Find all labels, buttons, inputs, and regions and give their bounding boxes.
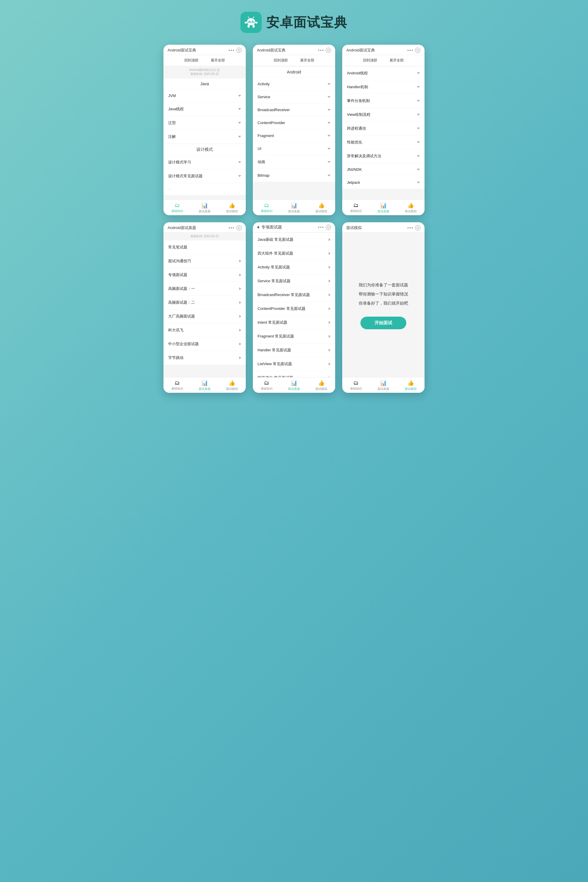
list-item-jvm[interactable]: JVM — [164, 89, 246, 102]
target3-icon[interactable] — [415, 48, 420, 53]
chevron-listview-faq — [329, 363, 330, 366]
list-item-broadcast[interactable]: BroadcastReceiver — [253, 104, 335, 116]
interview-icon-3: 📊 — [380, 202, 387, 209]
list-item-event[interactable]: 事件分发机制 — [342, 94, 424, 108]
list-item-bigco[interactable]: 大厂高频面试题 — [164, 310, 246, 323]
chevron-ui — [327, 148, 330, 150]
list-item-java-thread[interactable]: Java线程 — [164, 102, 246, 116]
list-item-special[interactable]: 专项面试题 — [164, 268, 246, 282]
tab-mock-5[interactable]: 👍 面试模拟 — [315, 380, 327, 391]
basics-icon-1: 🗂 — [175, 202, 180, 208]
list-item-broadcast-faq[interactable]: BroadcastReceiver 常见面试题 — [253, 288, 335, 302]
target5-icon[interactable] — [326, 225, 331, 230]
tab-mock-3[interactable]: 👍 面试模拟 — [405, 202, 417, 213]
target2-icon[interactable] — [326, 48, 331, 53]
list-item-service-faq[interactable]: Service 常见面试题 — [253, 274, 335, 288]
target-icon[interactable] — [236, 48, 242, 53]
list-item-activity-faq[interactable]: Activity 常见面试题 — [253, 261, 335, 274]
tab-basics-4[interactable]: 🗂 基础知识 — [171, 380, 183, 391]
list-item-sme[interactable]: 中小型企业面试题 — [164, 337, 246, 351]
tab-interview-4[interactable]: 📊 面试真题 — [199, 380, 210, 391]
interview-label-6: 面试真题 — [378, 387, 389, 391]
tab-basics-2[interactable]: 🗂 基础知识 — [261, 202, 273, 213]
svg-rect-9 — [255, 22, 258, 24]
more6-icon[interactable] — [408, 227, 413, 228]
chevron-comm — [239, 260, 241, 262]
tab-mock-4[interactable]: 👍 面试模拟 — [226, 380, 238, 391]
list-item-keda[interactable]: 科大讯飞 — [164, 323, 246, 337]
more5-icon[interactable] — [318, 226, 323, 228]
list-item-highfreq1[interactable]: 高频面试题：一 — [164, 282, 246, 296]
app-header: 面试宝典 安卓面试宝典 — [240, 12, 348, 33]
tab-interview-1[interactable]: 📊 面试真题 — [199, 202, 210, 213]
chevron-broadcast — [327, 109, 330, 111]
tab-interview-6[interactable]: 📊 面试真题 — [378, 380, 389, 391]
more3-icon[interactable] — [408, 50, 413, 51]
tab-basics-1[interactable]: 🗂 基础知识 — [171, 202, 183, 213]
nav-expand-3[interactable]: 展开全部 — [388, 57, 405, 63]
tab-interview-2[interactable]: 📊 面试真题 — [288, 202, 300, 213]
list-item-four-component[interactable]: 四大组件 常见面试题 — [253, 247, 335, 260]
list-item-debug[interactable]: 异常解决及调试方法 — [342, 149, 424, 163]
list-item-annotation[interactable]: 注解 — [164, 130, 246, 144]
nav-back-1[interactable]: 回到顶部 — [183, 57, 200, 63]
list-item-java-basic[interactable]: Java基础 常见面试题 — [253, 233, 335, 246]
screen2-header: Android面试宝典 — [253, 45, 335, 55]
target4-icon[interactable] — [236, 225, 242, 231]
nav-buttons-1: 回到顶部 展开全部 — [164, 55, 246, 66]
list-item-ui[interactable]: UI — [253, 142, 335, 155]
list-item-bytedance[interactable]: 字节跳动 — [164, 351, 246, 364]
list-item-fragment-faq[interactable]: Fragment 常见面试题 — [253, 330, 335, 343]
bottom-nav-1: 🗂 基础知识 📊 面试真题 👍 面试模拟 — [164, 200, 246, 215]
chevron-special — [239, 273, 241, 276]
list-item-service[interactable]: Service — [253, 90, 335, 103]
tab-interview-3[interactable]: 📊 面试真题 — [378, 202, 389, 213]
list-item-more[interactable]: ··· — [164, 183, 246, 195]
list-item-android-thread[interactable]: Android线程 — [342, 66, 424, 80]
svg-rect-6 — [248, 25, 250, 28]
list-item-bitmap[interactable]: Bitmap — [253, 169, 335, 182]
start-interview-button[interactable]: 开始面试 — [360, 316, 406, 329]
list-item-contentprovider[interactable]: ContentProvider — [253, 116, 335, 129]
list-item-handler-faq[interactable]: Handler 常见面试题 — [253, 344, 335, 357]
tab-basics-5[interactable]: 🗂 基础知识 — [261, 380, 273, 391]
more2-icon[interactable] — [318, 50, 323, 51]
list-item-highfreq2[interactable]: 高频面试题：二 — [164, 296, 246, 309]
nav-expand-1[interactable]: 展开全部 — [209, 57, 226, 63]
nav-back-3[interactable]: 回到顶部 — [362, 57, 379, 63]
more4-icon[interactable] — [229, 227, 234, 228]
list-item-design-learn[interactable]: 设计模式学习 — [164, 156, 246, 169]
chevron-service — [327, 96, 330, 98]
chevron-bigco — [239, 315, 241, 318]
target6-icon[interactable] — [415, 225, 420, 231]
tab-interview-5[interactable]: 📊 面试真题 — [288, 380, 300, 391]
app-logo: 面试宝典 — [240, 12, 262, 33]
nav-back-2[interactable]: 回到顶部 — [272, 57, 290, 63]
nav-expand-2[interactable]: 展开全部 — [298, 57, 316, 63]
list-item-jetpack[interactable]: Jetpack — [342, 176, 424, 189]
tab-mock-1[interactable]: 👍 面试模拟 — [226, 202, 238, 213]
list-item-ipc[interactable]: 跨进程通信 — [342, 122, 424, 135]
tab-mock-6[interactable]: 👍 面试模拟 — [405, 380, 417, 391]
list-item-common-written[interactable]: 常见笔试题 — [164, 240, 246, 254]
list-item-comm-skills[interactable]: 面试沟通技巧 — [164, 254, 246, 268]
more-icon[interactable] — [229, 50, 234, 51]
list-item-view-draw[interactable]: View绘制流程 — [342, 108, 424, 122]
list-item-intent-faq[interactable]: Intent 常见面试题 — [253, 316, 335, 329]
tab-basics-6[interactable]: 🗂 基础知识 — [350, 380, 362, 391]
list-item-handler[interactable]: Handler机制 — [342, 80, 424, 94]
list-item-perf-faq[interactable]: 性能优化 常见面试题 — [253, 371, 335, 377]
list-item-listview-faq[interactable]: ListView 常见面试题 — [253, 357, 335, 371]
list-item-design-interview[interactable]: 设计模式常见面试题 — [164, 170, 246, 183]
tab-basics-3[interactable]: 🗂 基础知识 — [350, 202, 362, 213]
tab-mock-2[interactable]: 👍 面试模拟 — [315, 202, 327, 213]
back-arrow-5[interactable] — [257, 226, 259, 229]
list-item-perf[interactable]: 性能优化 — [342, 135, 424, 149]
list-item-fragment[interactable]: Fragment — [253, 129, 335, 142]
list-item-cp-faq[interactable]: ContentProvider 常见面试题 — [253, 302, 335, 315]
chevron-cp-faq — [329, 307, 330, 310]
list-item-activity[interactable]: Activity — [253, 78, 335, 90]
list-item-generics[interactable]: 泛型 — [164, 116, 246, 130]
list-item-jni[interactable]: JNI/NDK — [342, 163, 424, 176]
list-item-animation[interactable]: 动画 — [253, 155, 335, 169]
